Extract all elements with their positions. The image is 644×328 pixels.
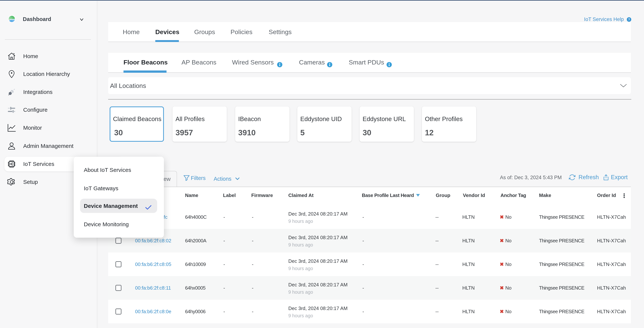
svg-text:?: ? [628,18,630,21]
